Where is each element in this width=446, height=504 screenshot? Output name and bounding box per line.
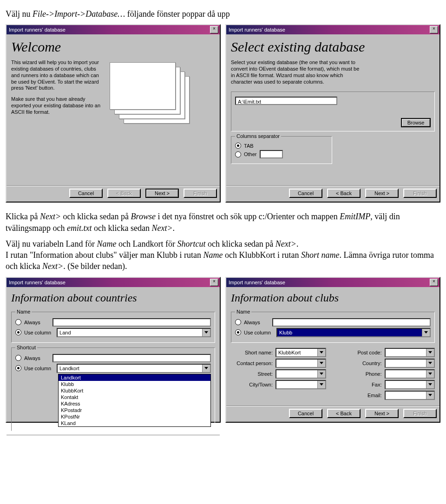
chevron-down-icon[interactable]	[317, 381, 325, 388]
label-postcode: Post code:	[340, 350, 382, 355]
close-icon[interactable]: ×	[430, 26, 438, 33]
browse-button[interactable]: Browse	[401, 118, 431, 127]
wizard-description: Select your existing database (the one t…	[231, 59, 361, 85]
use-column-radio[interactable]	[235, 329, 241, 335]
short-name-combo[interactable]: KlubbKort	[275, 348, 326, 357]
list-item[interactable]: Landkort	[59, 374, 210, 381]
chevron-down-icon[interactable]	[426, 360, 434, 367]
intro-paragraph: Välj nu File->Import->Database… följande…	[6, 8, 440, 20]
wizard-heading: Select existing database	[231, 39, 435, 55]
radio-label: Use column	[24, 330, 51, 335]
finish-button[interactable]: Finish	[184, 189, 217, 198]
stacked-pages-icon	[110, 62, 215, 132]
list-item[interactable]: KLand	[59, 420, 210, 426]
chevron-down-icon[interactable]	[426, 381, 434, 388]
path-groupbox: A:\Emit.txt Browse	[231, 92, 435, 131]
shortcut-groupbox: Shortcut Always Use column Landkort Land…	[11, 347, 215, 431]
radio-label: Always	[244, 320, 260, 325]
label-fax: Fax:	[340, 382, 382, 387]
wizard-heading: Information about countries	[11, 292, 215, 304]
groupbox-legend: Shortcut	[15, 345, 37, 350]
always-input[interactable]	[52, 354, 211, 362]
wizard-button-row: Cancel < Back Next > Finish	[226, 406, 439, 422]
finish-button[interactable]: Finish	[403, 189, 437, 198]
wizard-description-2: Make sure that you have already exported…	[11, 96, 104, 115]
chevron-down-icon[interactable]	[426, 370, 434, 378]
list-item[interactable]: Kontakt	[59, 394, 210, 400]
info-countries-dialog: Import runners' database × Information a…	[6, 277, 221, 423]
groupbox-legend: Name	[15, 309, 32, 314]
titlebar: Import runners' database ×	[226, 278, 439, 287]
chevron-down-icon[interactable]	[426, 349, 434, 356]
label-country: Country:	[340, 360, 382, 366]
use-column-radio[interactable]	[15, 329, 21, 335]
phone-combo[interactable]	[385, 369, 435, 379]
always-radio[interactable]	[15, 355, 21, 361]
name-groupbox: Name Always Use column Klubb	[231, 312, 435, 343]
chevron-down-icon[interactable]	[426, 392, 434, 399]
label-contact: Contact person:	[231, 360, 273, 366]
chevron-down-icon[interactable]	[202, 329, 210, 336]
street-combo[interactable]	[275, 369, 326, 379]
other-separator-input[interactable]	[260, 150, 283, 158]
import-wizard-welcome-dialog: Import runners' database × Welcome This …	[6, 24, 221, 203]
list-item[interactable]: KAdress	[59, 400, 210, 407]
postcode-combo[interactable]	[385, 348, 435, 357]
info-clubs-dialog: Import runners' database × Information a…	[225, 277, 440, 423]
text: följande fönster poppar då upp	[127, 9, 230, 19]
city-combo[interactable]	[275, 380, 326, 389]
file-path-field[interactable]: A:\Emit.txt	[235, 97, 337, 105]
use-column-radio[interactable]	[15, 365, 21, 371]
next-button[interactable]: Next >	[365, 409, 399, 418]
tab-radio[interactable]	[235, 143, 241, 149]
list-item[interactable]: KPostNr	[59, 413, 210, 420]
finish-button[interactable]: Finish	[403, 409, 437, 418]
shortcut-column-combo[interactable]: Landkort	[57, 364, 211, 373]
chevron-down-icon[interactable]	[317, 360, 325, 367]
country-combo[interactable]	[385, 359, 435, 368]
list-item[interactable]: KlubbKort	[59, 387, 210, 394]
wizard-heading: Information about clubs	[231, 292, 435, 304]
radio-label: Use column	[24, 366, 51, 371]
always-input[interactable]	[272, 318, 431, 327]
list-item[interactable]: Klubb	[59, 381, 210, 387]
chevron-down-icon[interactable]	[317, 349, 325, 356]
groupbox-legend: Columns separator	[235, 133, 281, 139]
cancel-button[interactable]: Cancel	[289, 189, 322, 198]
wizard-button-row: Cancel < Back Next > Finish	[7, 435, 220, 437]
radio-label: Always	[24, 355, 40, 361]
label-email: Email:	[340, 393, 382, 398]
close-icon[interactable]: ×	[430, 279, 438, 286]
name-column-combo[interactable]: Land	[57, 328, 211, 337]
fax-combo[interactable]	[385, 380, 435, 389]
chevron-down-icon[interactable]	[317, 370, 325, 378]
cancel-button[interactable]: Cancel	[289, 409, 322, 418]
shortcut-dropdown-list[interactable]: Landkort Klubb KlubbKort Kontakt KAdress…	[58, 374, 211, 427]
close-icon[interactable]: ×	[210, 279, 218, 286]
chevron-down-icon[interactable]	[422, 329, 430, 336]
list-item[interactable]: KPostadr	[59, 407, 210, 413]
wizard-description: This wizard will help you to import your…	[11, 59, 104, 92]
email-combo[interactable]	[385, 391, 435, 400]
separator-groupbox: Columns separator TAB Other	[231, 136, 332, 164]
text: Välj nu	[6, 9, 33, 19]
chevron-down-icon[interactable]	[202, 365, 210, 372]
label-phone: Phone:	[340, 371, 382, 377]
name-column-combo[interactable]: Klubb	[276, 328, 431, 337]
name-groupbox: Name Always Use column Land	[11, 312, 215, 343]
always-radio[interactable]	[235, 319, 241, 325]
always-input[interactable]	[52, 318, 211, 327]
titlebar: Import runners' database ×	[226, 25, 439, 34]
contact-combo[interactable]	[275, 359, 326, 368]
cancel-button[interactable]: Cancel	[69, 189, 103, 198]
back-button[interactable]: < Back	[327, 409, 361, 418]
close-icon[interactable]: ×	[210, 26, 218, 33]
label-city: City/Town:	[231, 382, 273, 387]
other-radio[interactable]	[235, 151, 241, 157]
back-button[interactable]: < Back	[107, 189, 141, 198]
always-radio[interactable]	[15, 319, 21, 325]
back-button[interactable]: < Back	[327, 189, 361, 198]
next-button[interactable]: Next >	[365, 189, 399, 198]
next-button[interactable]: Next >	[145, 189, 179, 198]
dialog-row-1: Import runners' database × Welcome This …	[6, 24, 440, 203]
